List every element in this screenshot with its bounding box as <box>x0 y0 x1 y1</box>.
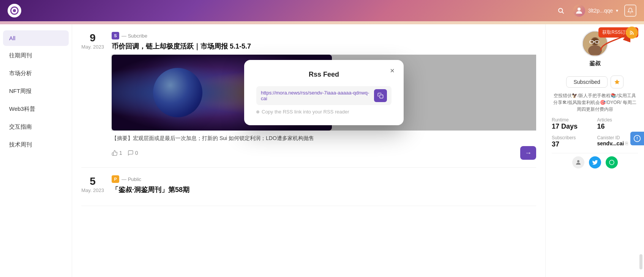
svg-rect-3 <box>380 95 383 98</box>
runtime-value: 17 Days <box>552 123 593 131</box>
stat-articles: Articles 16 <box>597 117 638 131</box>
app-logo[interactable] <box>8 4 21 17</box>
sidebar: All 往期周刊 市场分析 NFT周报 Web3科普 交互指南 技术周刊 <box>0 24 72 277</box>
subscribers-value: 37 <box>552 140 593 148</box>
article-day-2: 5 <box>81 175 104 187</box>
stat-runtime: Runtime 17 Days <box>552 117 593 131</box>
article-month-1: May. 2023 <box>81 44 104 50</box>
stat-subscribers: Subscribers 37 <box>552 135 593 148</box>
subscribers-label: Subscribers <box>552 135 593 140</box>
copy-rss-button[interactable] <box>374 89 387 102</box>
social-icons <box>552 156 638 168</box>
rss-modal: × Rss Feed https://mora.news/rss/sendv-7… <box>244 60 404 125</box>
read-more-button-1[interactable]: → <box>520 146 536 160</box>
social-mirror-icon[interactable] <box>606 156 618 168</box>
subscribe-row: Subscribed <box>552 76 638 88</box>
accent-bar <box>0 21 644 24</box>
scroll-handle[interactable] <box>639 254 642 269</box>
user-avatar <box>573 5 585 17</box>
sidebar-item-tech-weekly[interactable]: 技术周刊 <box>3 137 69 153</box>
action-left-1: 1 0 <box>112 150 138 156</box>
articles-label: Articles <box>597 117 638 123</box>
article-main-2: P — Public 「鉴叔·洞鉴周刊」第58期 <box>112 175 536 198</box>
article-tag-2: P — Public <box>112 175 536 183</box>
svg-line-1 <box>562 12 564 13</box>
chevron-down-icon: ▾ <box>616 8 618 13</box>
svg-point-0 <box>559 8 563 13</box>
tag-badge-public: P <box>112 175 119 183</box>
article-day-1: 9 <box>81 32 104 44</box>
article-tag-1: S — Subcribe <box>112 32 536 39</box>
tag-label-2: — Public <box>122 176 141 182</box>
sidebar-item-past-weekly[interactable]: 往期周刊 <box>3 47 69 64</box>
hint-dot-icon <box>256 110 259 113</box>
rss-url-text[interactable]: https://mora.news/rss/sendv-7iaaa-aaaaa-… <box>261 90 371 101</box>
article-entry-1: 9 May. 2023 S — Subcribe 币价回调，链上却极度活跃｜市场… <box>81 24 536 168</box>
article-main-1: S — Subcribe 币价回调，链上却极度活跃｜市场周报 5.1-5.7 <box>112 32 536 160</box>
modal-title: Rss Feed <box>256 71 391 79</box>
content-area: 9 May. 2023 S — Subcribe 币价回调，链上却极度活跃｜市场… <box>72 24 545 277</box>
modal-close-button[interactable]: × <box>387 65 398 76</box>
social-twitter-icon[interactable] <box>589 156 601 168</box>
rss-icon-button[interactable] <box>626 27 638 39</box>
sidebar-item-nft-weekly[interactable]: NFT周报 <box>3 83 69 99</box>
comment-button-1[interactable]: 0 <box>128 150 138 156</box>
notification-button[interactable] <box>624 5 636 17</box>
divider <box>552 153 638 153</box>
search-button[interactable] <box>555 5 567 17</box>
article-title-1[interactable]: 币价回调，链上却极度活跃｜市场周报 5.1-5.7 <box>112 42 536 51</box>
tip-button[interactable] <box>611 76 623 88</box>
canister-value: sendv...cai <box>597 140 624 146</box>
article-month-2: May. 2023 <box>81 187 104 193</box>
right-panel: 获取RSS订阅源 <box>545 24 644 277</box>
article-date-1: 9 May. 2023 <box>81 32 104 160</box>
tag-badge-subscribe: S <box>112 32 119 39</box>
sidebar-item-all[interactable]: All <box>3 30 69 46</box>
copy-canister-button[interactable]: ⎘ <box>625 141 628 146</box>
sidebar-item-web3-basics[interactable]: Web3科普 <box>3 101 69 117</box>
like-button-1[interactable]: 1 <box>112 150 122 156</box>
articles-value: 16 <box>597 123 638 131</box>
top-navigation: 3lt2p...qqe ▾ <box>0 0 644 21</box>
main-layout: All 往期周刊 市场分析 NFT周报 Web3科普 交互指南 技术周刊 9 M… <box>0 24 644 277</box>
social-avatar-icon[interactable] <box>572 156 584 168</box>
tag-label-1: — Subcribe <box>122 33 147 39</box>
article-cover-wrapper: × Rss Feed https://mora.news/rss/sendv-7… <box>112 55 536 131</box>
stats-grid: Runtime 17 Days Articles 16 Subscribers … <box>552 117 638 148</box>
svg-point-5 <box>630 33 631 35</box>
rss-modal-overlay[interactable]: × Rss Feed https://mora.news/rss/sendv-7… <box>112 55 536 131</box>
author-bio: 空投猎伏🦅/新人手把手教程📚/实用工具分享🛠/低风险套利机会🎯/DYOR/ 每周… <box>552 92 638 113</box>
user-name: 3lt2p...qqe <box>588 8 613 14</box>
article-summary-1: 【摘要】宏观层面或是最后一次加息；打新的 Sui 如何锁定利润；LDO遭多家机构… <box>112 134 536 142</box>
user-menu[interactable]: 3lt2p...qqe ▾ <box>573 5 618 17</box>
sidebar-item-interactive-guide[interactable]: 交互指南 <box>3 119 69 135</box>
author-name: 鉴叔 <box>552 60 638 67</box>
svg-point-2 <box>578 8 581 11</box>
article-entry-2: 5 May. 2023 P — Public 「鉴叔·洞鉴周刊」第58期 <box>81 168 536 206</box>
rss-input-row: https://mora.news/rss/sendv-7iaaa-aaaaa-… <box>256 86 391 105</box>
article-actions-1: 1 0 → <box>112 146 536 160</box>
nav-right: 3lt2p...qqe ▾ <box>555 5 636 17</box>
article-title-2[interactable]: 「鉴叔·洞鉴周刊」第58期 <box>112 185 536 194</box>
article-date-2: 5 May. 2023 <box>81 175 104 198</box>
nav-left <box>8 4 21 17</box>
comment-count-1: 0 <box>135 150 138 156</box>
logo-icon <box>10 6 19 15</box>
runtime-label: Runtime <box>552 117 593 123</box>
rss-hint: Copy the RSS link into your RSS reader <box>256 109 391 115</box>
svg-point-13 <box>577 160 579 162</box>
subscribed-button[interactable]: Subscribed <box>566 76 607 88</box>
sidebar-item-market-analysis[interactable]: 市场分析 <box>3 65 69 82</box>
like-count-1: 1 <box>119 150 122 156</box>
right-edge-button[interactable] <box>630 132 644 145</box>
